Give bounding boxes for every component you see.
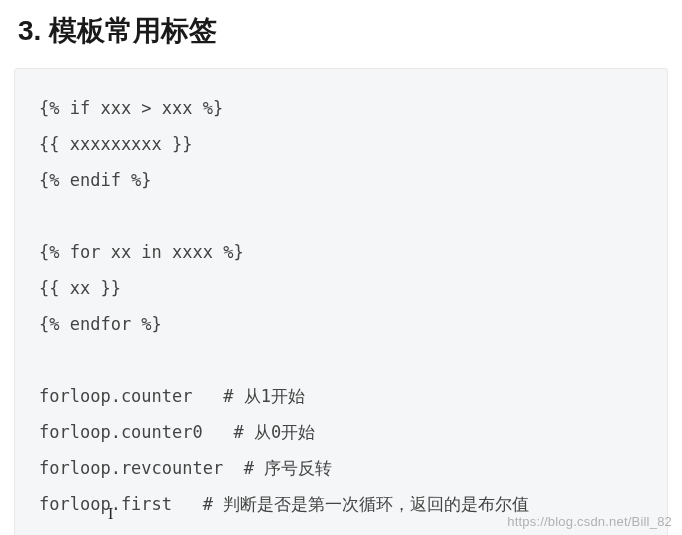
watermark-text: https://blog.csdn.net/Bill_82: [507, 514, 672, 529]
section-heading: 3. 模板常用标签: [0, 0, 682, 68]
code-content: {% if xxx > xxx %} {{ xxxxxxxxx }} {% en…: [39, 98, 529, 514]
code-block: {% if xxx > xxx %} {{ xxxxxxxxx }} {% en…: [14, 68, 668, 535]
